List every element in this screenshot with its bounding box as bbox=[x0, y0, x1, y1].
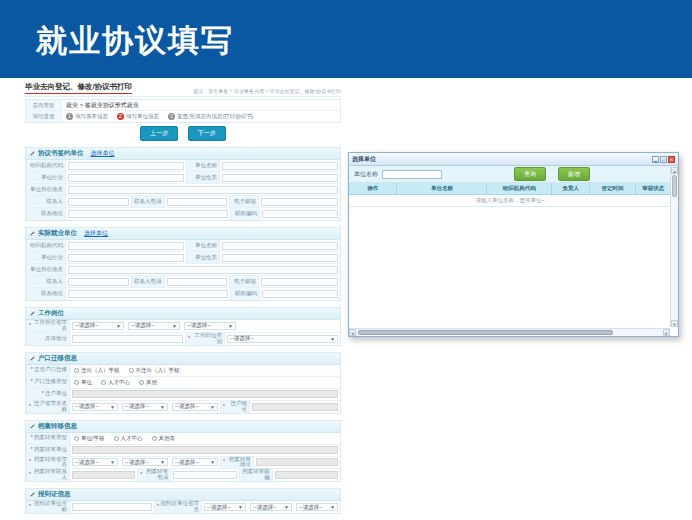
step-3-label: 复查/完成去向信息(打印协议书) bbox=[177, 113, 254, 120]
text-input[interactable] bbox=[222, 162, 338, 170]
scroll-left-icon[interactable]: ◄ bbox=[349, 329, 356, 336]
text-input[interactable] bbox=[68, 254, 184, 262]
query-button[interactable]: 查询 bbox=[514, 167, 546, 181]
chevron-down-icon: ▼ bbox=[228, 323, 233, 329]
required-mark: * bbox=[29, 459, 31, 465]
select-unit-link[interactable]: 选择单位 bbox=[84, 229, 108, 238]
unit-name-input[interactable] bbox=[382, 170, 442, 179]
text-input[interactable] bbox=[262, 290, 338, 298]
text-input[interactable] bbox=[222, 174, 338, 182]
horizontal-scrollbar[interactable]: ◄ ► bbox=[349, 328, 670, 336]
radio-label: 其他 bbox=[146, 379, 157, 386]
chevron-down-icon: ▼ bbox=[160, 459, 165, 465]
text-input[interactable] bbox=[167, 198, 228, 206]
text-input[interactable] bbox=[68, 186, 338, 194]
maximize-icon[interactable]: □ bbox=[660, 156, 667, 163]
select-unit-link[interactable]: 选择单位 bbox=[91, 149, 115, 158]
select-dropdown[interactable]: --请选择--▼ bbox=[250, 503, 292, 511]
field-label: 电子邮箱 bbox=[229, 196, 259, 207]
select-dropdown[interactable]: --请选择--▼ bbox=[296, 503, 338, 511]
horizontal-scroll-thumb[interactable] bbox=[358, 330, 613, 335]
radio-option[interactable]: 单位/学校 bbox=[74, 435, 105, 442]
progress-steps: 1填写基本信息2填写单位信息3复查/完成去向信息(打印协议书) bbox=[62, 113, 258, 120]
vertical-scroll-thumb[interactable] bbox=[672, 175, 677, 197]
radio-option[interactable]: 迁出（入）学校 bbox=[74, 367, 120, 374]
radio-option[interactable]: 不迁出（入）学校 bbox=[129, 367, 180, 374]
close-icon[interactable]: ✕ bbox=[668, 156, 675, 163]
select-dropdown[interactable]: --请选择--▼ bbox=[122, 403, 168, 411]
next-step-button[interactable]: 下一步 bbox=[188, 126, 226, 141]
text-input[interactable] bbox=[68, 278, 129, 286]
text-input[interactable] bbox=[68, 210, 228, 218]
required-mark: * bbox=[31, 447, 33, 453]
text-input[interactable] bbox=[173, 471, 236, 479]
select-dropdown[interactable]: --请选择--▼ bbox=[122, 458, 168, 466]
text-input[interactable] bbox=[68, 242, 184, 250]
radio-icon bbox=[74, 436, 79, 441]
destination-type-row: 去向类型 就业 > 签就业协议形式就业 bbox=[26, 100, 340, 111]
radio-option[interactable]: 单位 bbox=[74, 379, 92, 386]
add-unit-button[interactable]: 新增 bbox=[558, 167, 590, 181]
step-2-circle: 2 bbox=[117, 113, 124, 120]
text-input[interactable] bbox=[68, 290, 228, 298]
text-input[interactable] bbox=[68, 162, 184, 170]
required-mark: * bbox=[157, 504, 159, 510]
field-label: 单位性质 bbox=[186, 172, 220, 183]
scroll-right-icon[interactable]: ► bbox=[663, 329, 670, 336]
required-mark: * bbox=[31, 379, 33, 385]
select-dropdown[interactable]: --请选择--▼ bbox=[72, 322, 124, 330]
field-label: 联系地址 bbox=[26, 208, 66, 220]
section-2: 实际就业单位选择单位组织机构代码单位名称单位行业单位性质单位所在地名联系人联系人… bbox=[25, 227, 341, 301]
scroll-up-icon[interactable]: ▲ bbox=[671, 167, 678, 174]
text-input[interactable] bbox=[68, 198, 129, 206]
select-value: --请选择-- bbox=[75, 403, 99, 410]
required-mark: * bbox=[42, 391, 44, 397]
radio-label: 人才中心 bbox=[121, 435, 143, 442]
section-header: 协议书签约单位选择单位 bbox=[26, 148, 340, 160]
scroll-down-icon[interactable]: ▼ bbox=[671, 320, 678, 327]
prev-step-button[interactable]: 上一步 bbox=[140, 126, 178, 141]
select-dropdown[interactable]: --请选择--▼ bbox=[172, 403, 218, 411]
select-dropdown[interactable]: --请选择--▼ bbox=[204, 503, 246, 511]
destination-type-value: 就业 > 签就业协议形式就业 bbox=[62, 101, 143, 110]
field-label: 邮政编码 bbox=[230, 288, 260, 300]
text-input[interactable] bbox=[68, 174, 184, 182]
field-label: 联系人 bbox=[26, 276, 66, 287]
section-5: 档案转移信息*档案转寄类型单位/学校人才中心其他等*档案转寄单位*档案转寄省市县… bbox=[25, 420, 341, 483]
field-label: 单位名称 bbox=[186, 240, 220, 251]
text-input bbox=[72, 471, 135, 479]
required-mark: * bbox=[223, 404, 225, 410]
radio-option[interactable]: 其他等 bbox=[152, 435, 176, 442]
pencil-icon bbox=[30, 231, 34, 235]
text-input[interactable] bbox=[68, 266, 338, 274]
select-dropdown[interactable]: --请选择--▼ bbox=[227, 335, 338, 343]
field-label: *迁户省市县名称 bbox=[26, 401, 70, 413]
select-dropdown[interactable]: --请选择--▼ bbox=[172, 458, 218, 466]
form-row: *是否户口迁移迁出（入）学校不迁出（入）学校 bbox=[26, 365, 340, 377]
text-input[interactable] bbox=[167, 278, 228, 286]
field-label: *户口迁移类型 bbox=[26, 377, 70, 388]
select-dropdown[interactable]: --请选择--▼ bbox=[184, 322, 236, 330]
text-input[interactable] bbox=[222, 242, 338, 250]
text-input[interactable] bbox=[262, 210, 338, 218]
text-input[interactable] bbox=[72, 335, 183, 343]
dialog-titlebar[interactable]: 选择单位 ▁ □ ✕ bbox=[349, 153, 678, 166]
vertical-scrollbar[interactable]: ▲ ▼ bbox=[670, 167, 678, 327]
employment-form: 毕业去向登记、修改/协议书打印 提示：学生事务 > 毕业事务办理 > 毕业去向登… bbox=[25, 82, 341, 514]
select-dropdown[interactable]: --请选择--▼ bbox=[72, 403, 118, 411]
form-row: 组织机构代码单位名称 bbox=[26, 240, 340, 252]
field-label: *档案转寄电话 bbox=[137, 469, 171, 481]
text-input[interactable] bbox=[72, 503, 152, 511]
radio-option[interactable]: 人才中心 bbox=[101, 379, 130, 386]
text-input[interactable] bbox=[261, 198, 338, 206]
select-dropdown[interactable]: --请选择--▼ bbox=[128, 322, 180, 330]
select-value: --请选择-- bbox=[207, 504, 231, 511]
field-label: 组织机构代码 bbox=[26, 240, 66, 251]
field-label: *报到证单位全称 bbox=[26, 501, 70, 513]
radio-option[interactable]: 其他 bbox=[139, 379, 157, 386]
select-dropdown[interactable]: --请选择--▼ bbox=[72, 458, 118, 466]
minimize-icon[interactable]: ▁ bbox=[652, 156, 659, 163]
text-input[interactable] bbox=[222, 254, 338, 262]
text-input[interactable] bbox=[261, 278, 338, 286]
radio-option[interactable]: 人才中心 bbox=[114, 435, 143, 442]
